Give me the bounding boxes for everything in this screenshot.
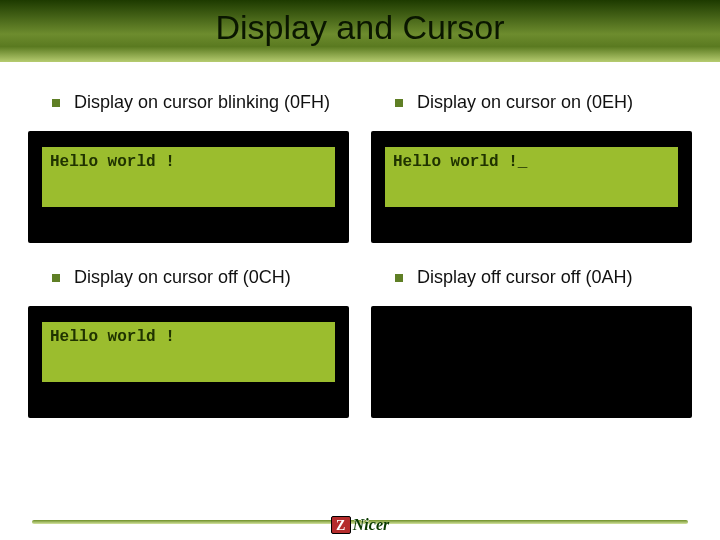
lcd-text: Hello world !: [42, 322, 335, 382]
lcd-display-on-cursor-blinking: Hello world !: [28, 131, 349, 243]
logo: Z Nicer: [331, 516, 389, 534]
lcd-text: Hello world !: [42, 147, 335, 207]
square-bullet-icon: [52, 274, 60, 282]
square-bullet-icon: [52, 99, 60, 107]
lcd-text: Hello world !_: [385, 147, 678, 207]
lcd-text: [385, 322, 678, 382]
logo-brand: Nicer: [353, 516, 389, 534]
bullet-display-on-cursor-on: Display on cursor on (0EH): [371, 82, 692, 117]
square-bullet-icon: [395, 274, 403, 282]
footer: Z Nicer: [0, 510, 720, 540]
content-area: Display on cursor blinking (0FH) Display…: [0, 62, 720, 510]
square-bullet-icon: [395, 99, 403, 107]
logo-z-icon: Z: [331, 516, 351, 534]
bullet-label: Display on cursor on (0EH): [417, 92, 633, 113]
bullet-display-on-cursor-blinking: Display on cursor blinking (0FH): [28, 82, 349, 117]
lcd-display-on-cursor-on: Hello world !_: [371, 131, 692, 243]
bullet-label: Display off cursor off (0AH): [417, 267, 632, 288]
slide-title: Display and Cursor: [0, 0, 720, 54]
bullet-display-on-cursor-off: Display on cursor off (0CH): [28, 257, 349, 292]
grid: Display on cursor blinking (0FH) Display…: [28, 82, 692, 418]
bullet-display-off-cursor-off: Display off cursor off (0AH): [371, 257, 692, 292]
bullet-label: Display on cursor blinking (0FH): [74, 92, 330, 113]
title-bar: Display and Cursor: [0, 0, 720, 62]
lcd-display-off-cursor-off: [371, 306, 692, 418]
bullet-label: Display on cursor off (0CH): [74, 267, 291, 288]
lcd-display-on-cursor-off: Hello world !: [28, 306, 349, 418]
